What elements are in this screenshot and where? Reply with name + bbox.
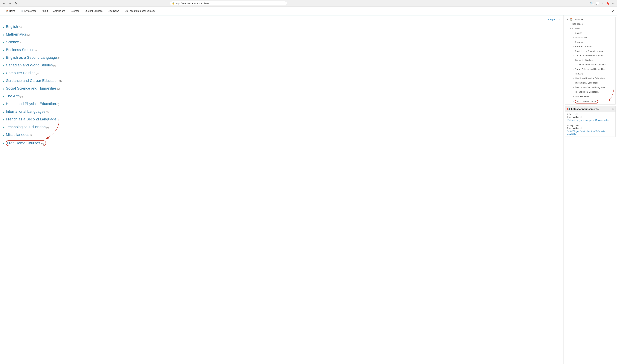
toggle-arrow: ▸: [3, 49, 4, 52]
cat-name: English as a Second Language: [6, 55, 57, 60]
toggle-arrow: ▸: [3, 34, 4, 36]
free-demo-circled-label: Free Demo Courses (1): [6, 140, 46, 146]
category-item-free-demo[interactable]: ▸ Free Demo Courses (1): [3, 139, 560, 148]
lock-icon: 🔒: [172, 2, 175, 4]
category-item-mathematics[interactable]: ▸ Mathematics (9): [3, 30, 560, 38]
sidebar-item-mathematics[interactable]: ► Mathematics: [565, 35, 616, 40]
category-item-international-languages[interactable]: ▸ International Languages (2): [3, 108, 560, 116]
cat-count: (2): [36, 72, 39, 75]
my-courses-icon: 📋: [21, 10, 24, 12]
category-item-computer-studies[interactable]: ▸ Computer Studies (2): [3, 69, 560, 77]
cat-name: Technological Education: [6, 125, 46, 129]
sidebar-item-courses-section[interactable]: ► Courses: [565, 26, 616, 31]
sidebar-item-health-pe[interactable]: ► Health and Physical Education: [565, 76, 616, 80]
cat-name: Business Studies: [6, 48, 34, 52]
sidebar-item-fsl[interactable]: ► French as a Second Language: [565, 85, 616, 90]
sidebar-guidance-label: Guidance and Career Education: [575, 64, 606, 66]
sidebar-item-tech-ed[interactable]: ► Technological Education: [565, 90, 616, 94]
category-item-canadian-world-studies[interactable]: ▸ Canadian and World Studies (5): [3, 61, 560, 69]
sidebar-item-site-pages[interactable]: ► Site pages: [565, 22, 616, 26]
forward-button[interactable]: →: [8, 1, 13, 5]
nav-item-admissions[interactable]: Admissions: [51, 7, 68, 14]
browser-chat-button[interactable]: 💬: [595, 1, 600, 6]
nav-expand-icon[interactable]: ⤢: [612, 9, 614, 13]
browser-more-button[interactable]: ⋯: [611, 1, 615, 6]
announcements-header: 📢 Latest announcements □: [565, 106, 616, 112]
cat-name: Science: [6, 40, 19, 44]
sidebar-item-miscellaneous[interactable]: ► Miscellaneous: [565, 94, 616, 99]
cat-name: Free Demo Courses: [7, 141, 40, 145]
sidebar-mathematics-label: Mathematics: [575, 36, 588, 39]
sidebar-item-guidance-career[interactable]: ► Guidance and Career Education: [565, 62, 616, 67]
science-arrow: ►: [572, 41, 574, 43]
nav-item-my-courses[interactable]: 📋 My courses: [18, 7, 39, 14]
nav-item-about[interactable]: About: [39, 7, 51, 14]
category-item-esl[interactable]: ▸ English as a Second Language (6): [3, 54, 560, 61]
sidebar-item-canadian-world[interactable]: ► Canadian and World Studies: [565, 53, 616, 58]
home-icon: 🏠: [5, 10, 8, 12]
nav-item-site[interactable]: Site: ossd.torontoschool.com: [122, 7, 157, 14]
category-item-fsl[interactable]: ▸ French as a Second Language (1): [3, 116, 560, 123]
sidebar-item-english[interactable]: ► English: [565, 31, 616, 35]
category-item-social-science[interactable]: ▸ Social Science and Humanities (6): [3, 85, 560, 92]
cat-count: (4): [30, 134, 32, 136]
intl-arrow: ►: [572, 82, 574, 84]
sidebar-item-science[interactable]: ► Science: [565, 40, 616, 44]
category-list: ▸ English (10) ▸ Mathematics (9) ▸ Scien…: [3, 23, 560, 148]
misc-arrow: ►: [572, 95, 574, 97]
sidebar-item-business-studies[interactable]: ► Business Studies: [565, 44, 616, 49]
toggle-arrow: ▸: [3, 103, 4, 105]
refresh-button[interactable]: ↻: [14, 1, 18, 5]
browser-actions: 🔍 💬 ☆ 🔖 ⋯: [590, 1, 615, 6]
sidebar-item-the-arts[interactable]: ► The Arts: [565, 71, 616, 76]
browser-search-button[interactable]: 🔍: [590, 1, 594, 6]
ann-link-0[interactable]: It's time to upgrade your grade 12 marks…: [567, 119, 609, 121]
category-item-tech-education[interactable]: ▸ Technological Education (1): [3, 123, 560, 131]
sidebar-item-computer-studies[interactable]: ► Computer Studies: [565, 58, 616, 62]
nav-item-courses[interactable]: Courses: [68, 7, 82, 14]
cat-count: (5): [53, 65, 56, 67]
business-arrow: ►: [572, 46, 574, 48]
category-item-miscellaneous[interactable]: ▸ Miscellaneous (4): [3, 131, 560, 139]
back-button[interactable]: ←: [2, 1, 6, 5]
ann-date-1: 20 Sep, 15:04: [567, 124, 614, 127]
cat-name: The Arts: [6, 94, 20, 98]
sidebar-arts-label: The Arts: [575, 72, 583, 75]
announcement-item-0: 7 Feb, 15:12 Toronto eSchool It's time t…: [565, 112, 616, 123]
address-bar[interactable]: 🔒 https://courses.torontoeschool.com: [170, 1, 287, 5]
category-item-health-pe[interactable]: ▸ Health and Physical Education (1): [3, 100, 560, 108]
cat-count: (1): [59, 80, 62, 82]
category-item-the-arts[interactable]: ▸ The Arts (4): [3, 92, 560, 100]
toggle-arrow: ▸: [3, 80, 4, 82]
category-item-guidance-career[interactable]: ▸ Guidance and Career Education (1): [3, 77, 560, 85]
toggle-arrow: ▸: [3, 41, 4, 44]
sidebar-item-international-languages[interactable]: ► International Languages: [565, 80, 616, 85]
english-arrow: ►: [572, 32, 574, 34]
sidebar-item-esl[interactable]: ► English as a Second Language: [565, 49, 616, 53]
sidebar-social-label: Social Science and Humanities: [575, 68, 605, 70]
sidebar-item-social-science[interactable]: ► Social Science and Humanities: [565, 67, 616, 71]
nav-item-blog-news[interactable]: Blog News: [105, 7, 122, 14]
category-item-english[interactable]: ▸ English (10): [3, 23, 560, 30]
ann-author-0: Toronto eSchool: [567, 116, 614, 118]
nav-item-student-services[interactable]: Student Services: [82, 7, 105, 14]
toggle-arrow: ▸: [3, 95, 4, 98]
toggle-arrow: ▸: [3, 118, 4, 121]
ann-link-1[interactable]: OUAC Target Date for 2024-2025 Canadian …: [567, 130, 606, 135]
cat-count: (1): [57, 118, 60, 121]
sidebar-item-free-demo[interactable]: ► Free Demo Courses: [565, 99, 616, 104]
social-arrow: ►: [572, 68, 574, 70]
health-arrow: ►: [572, 77, 574, 79]
browser-bookmark-button[interactable]: 🔖: [605, 1, 610, 6]
expand-all-link[interactable]: Expand all: [548, 18, 560, 21]
toggle-arrow: ▸: [3, 72, 4, 75]
browser-star-button[interactable]: ☆: [601, 1, 604, 6]
arts-arrow: ►: [572, 73, 574, 75]
announcements-expand-btn[interactable]: □: [612, 108, 614, 110]
cat-name: Health and Physical Education: [6, 102, 56, 106]
nav-item-home[interactable]: 🏠 Home: [3, 7, 18, 14]
sidebar-courses-label: Courses: [572, 27, 580, 30]
category-item-business-studies[interactable]: ▸ Business Studies (6): [3, 46, 560, 54]
category-item-science[interactable]: ▸ Science (8): [3, 38, 560, 46]
sidebar-item-dashboard[interactable]: ► 🏠 Dashboard: [565, 17, 616, 22]
